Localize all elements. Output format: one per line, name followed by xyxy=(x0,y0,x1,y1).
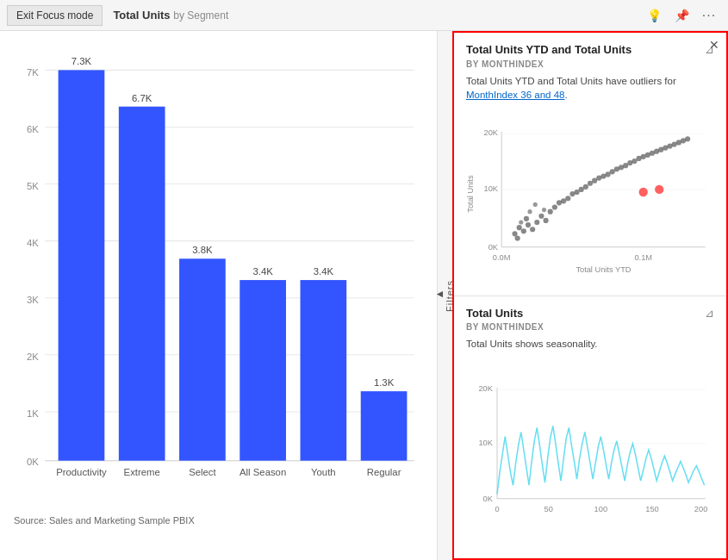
card2-description: Total Units shows seasonality. xyxy=(466,337,714,351)
source-text: Source: Sales and Marketing Sample PBIX xyxy=(14,515,423,526)
page-title: Total Units by Segment xyxy=(103,9,239,22)
svg-text:100: 100 xyxy=(594,506,607,514)
svg-text:150: 150 xyxy=(645,506,658,514)
svg-text:0K: 0K xyxy=(27,457,39,467)
svg-text:7.3K: 7.3K xyxy=(72,56,92,66)
svg-text:0.0M: 0.0M xyxy=(493,253,511,262)
svg-text:50: 50 xyxy=(544,506,553,514)
svg-text:6K: 6K xyxy=(27,124,39,134)
svg-text:0.1M: 0.1M xyxy=(634,253,652,262)
svg-text:0K: 0K xyxy=(488,243,499,252)
svg-point-53 xyxy=(565,196,570,201)
svg-text:2K: 2K xyxy=(27,352,39,362)
svg-point-47 xyxy=(538,214,544,219)
svg-text:3K: 3K xyxy=(27,295,39,305)
bar-all-season[interactable] xyxy=(240,280,286,461)
svg-text:Productivity: Productivity xyxy=(56,467,107,477)
insights-icon-btn[interactable]: 💡 xyxy=(642,3,666,28)
card2-line-chart: 20K 10K 0K 0 50 100 150 200 xyxy=(466,358,714,551)
svg-text:Total Units YTD: Total Units YTD xyxy=(576,265,631,274)
bar-extreme[interactable] xyxy=(119,107,165,461)
svg-text:5K: 5K xyxy=(27,181,39,191)
main-content: 7K 6K 5K 4K 3K 2K 1K 0K xyxy=(0,31,728,560)
svg-text:1.3K: 1.3K xyxy=(374,377,395,388)
svg-point-84 xyxy=(542,208,546,212)
svg-text:1K: 1K xyxy=(27,408,39,419)
svg-point-49 xyxy=(548,209,553,215)
svg-point-42 xyxy=(521,228,526,233)
svg-text:200: 200 xyxy=(694,506,707,514)
svg-point-48 xyxy=(543,218,548,223)
outlier-link[interactable]: MonthIndex 36 and 48 xyxy=(466,90,564,100)
svg-text:0K: 0K xyxy=(483,495,494,503)
bar-productivity[interactable] xyxy=(59,70,105,460)
svg-point-63 xyxy=(610,169,615,174)
right-panel: ✕ Total Units YTD and Total Units ⊿ BY M… xyxy=(452,31,728,560)
svg-point-80 xyxy=(685,136,690,141)
svg-point-81 xyxy=(527,209,532,214)
svg-text:7K: 7K xyxy=(27,67,39,78)
svg-point-55 xyxy=(574,190,579,195)
svg-point-58 xyxy=(588,181,593,186)
svg-point-66 xyxy=(623,163,628,168)
svg-text:3.4K: 3.4K xyxy=(252,266,273,277)
svg-text:Regular: Regular xyxy=(367,467,401,477)
insight-card-scatter: Total Units YTD and Total Units ⊿ BY MON… xyxy=(454,33,726,296)
svg-text:0: 0 xyxy=(495,506,499,514)
card1-title: Total Units YTD and Total Units xyxy=(466,43,705,58)
bar-chart-svg: 7K 6K 5K 4K 3K 2K 1K 0K xyxy=(14,45,423,512)
bar-youth[interactable] xyxy=(301,280,347,461)
svg-point-41 xyxy=(515,235,520,240)
scatter-svg: 20K 10K 0K 0.0M 0.1M Total Units YTD xyxy=(466,109,714,288)
card1-header: Total Units YTD and Total Units ⊿ xyxy=(466,43,714,58)
card1-description: Total Units YTD and Total Units have out… xyxy=(466,74,714,102)
svg-point-85 xyxy=(639,188,648,196)
filters-sidebar[interactable]: ◄ Filters xyxy=(437,31,452,560)
more-options-btn[interactable]: ··· xyxy=(697,3,721,28)
svg-text:20K: 20K xyxy=(484,128,499,137)
header-icons: 💡 📌 ··· xyxy=(642,3,721,28)
bar-chart-container: 7K 6K 5K 4K 3K 2K 1K 0K xyxy=(14,45,423,512)
line-svg: 20K 10K 0K 0 50 100 150 200 xyxy=(466,358,714,551)
svg-text:4K: 4K xyxy=(27,238,39,248)
card1-scatter-chart: 20K 10K 0K 0.0M 0.1M Total Units YTD xyxy=(466,109,714,288)
pin-icon-btn[interactable]: 📌 xyxy=(669,3,694,28)
svg-point-82 xyxy=(533,202,538,207)
bar-regular[interactable] xyxy=(361,391,408,461)
svg-text:Extreme: Extreme xyxy=(124,467,160,477)
app-container: Exit Focus mode Total Units by Segment 💡… xyxy=(0,0,728,560)
insight-card-line: Total Units ⊿ BY MONTHINDEX Total Units … xyxy=(454,296,726,559)
svg-text:20K: 20K xyxy=(478,385,493,394)
card2-by-label: BY MONTHINDEX xyxy=(466,322,714,332)
svg-text:Total Units: Total Units xyxy=(466,175,475,213)
bar-select[interactable] xyxy=(179,258,226,460)
svg-point-44 xyxy=(524,216,529,221)
svg-point-57 xyxy=(583,184,588,190)
svg-text:Youth: Youth xyxy=(311,467,336,477)
svg-text:6.7K: 6.7K xyxy=(132,93,152,103)
svg-point-39 xyxy=(512,231,517,236)
svg-point-43 xyxy=(526,222,531,227)
close-button[interactable]: ✕ xyxy=(709,38,719,52)
svg-point-50 xyxy=(552,204,557,209)
svg-text:10K: 10K xyxy=(484,184,499,193)
svg-point-59 xyxy=(592,178,597,184)
svg-point-86 xyxy=(655,185,663,194)
card2-pin-icon[interactable]: ⊿ xyxy=(705,307,714,320)
svg-point-40 xyxy=(517,225,522,230)
svg-point-56 xyxy=(579,187,584,192)
svg-text:All Season: All Season xyxy=(240,467,286,477)
card1-by-label: BY MONTHINDEX xyxy=(466,59,714,69)
header: Exit Focus mode Total Units by Segment 💡… xyxy=(0,0,728,31)
card2-header: Total Units ⊿ xyxy=(466,307,714,321)
svg-point-83 xyxy=(519,220,523,224)
card2-title: Total Units xyxy=(466,307,705,321)
exit-focus-button[interactable]: Exit Focus mode xyxy=(7,5,103,26)
svg-text:3.8K: 3.8K xyxy=(192,245,213,255)
bar-chart-area: 7K 6K 5K 4K 3K 2K 1K 0K xyxy=(0,31,437,560)
svg-point-46 xyxy=(534,220,539,225)
svg-text:3.4K: 3.4K xyxy=(314,266,334,277)
svg-point-52 xyxy=(561,198,566,203)
svg-point-62 xyxy=(605,171,610,177)
svg-point-45 xyxy=(530,227,535,232)
